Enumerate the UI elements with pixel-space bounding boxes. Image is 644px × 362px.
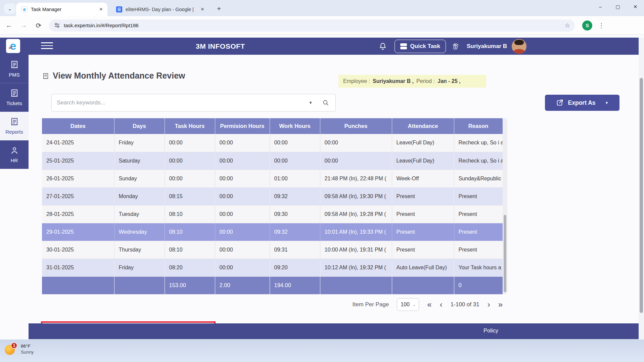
sidebar-item-label: Tickets: [6, 100, 22, 106]
sidebar-item-label: PMS: [9, 72, 20, 78]
cell-task-hours: 00:00: [165, 152, 215, 170]
attendance-row[interactable]: 26-01-2025Sunday00:0000:0001:0021:48 PM …: [42, 170, 503, 187]
maximize-button[interactable]: ▢: [609, 0, 627, 13]
attendance-row[interactable]: 27-01-2025Monday08:1500:0009:3209:58 AM …: [42, 187, 503, 205]
col-header-work-hours[interactable]: Work Hours: [270, 118, 320, 134]
tab-search-button[interactable]: ⌄: [4, 3, 15, 14]
browser-menu-icon[interactable]: ⋮: [598, 22, 604, 29]
temperature-label: 86°F: [21, 343, 34, 349]
cell-reason: Present: [454, 223, 503, 241]
screen: ⌄ e Task Manager ✕ eliteHRMS- Day plan -…: [0, 0, 644, 362]
cell-attendance: Leave(Full Day): [392, 152, 454, 170]
col-header-permission-hours[interactable]: Permision Hours: [215, 118, 270, 134]
url-text[interactable]: task.expertsin.in/#/Report/Rpt186: [64, 22, 139, 28]
cell-attendance: Present: [392, 187, 454, 205]
sidebar-item-hr[interactable]: HR: [0, 140, 29, 169]
attendance-row-marked[interactable]: 31-01-2025Friday08:2000:0009:2010:12 AM …: [42, 259, 503, 276]
notifications-bell-icon[interactable]: [378, 42, 387, 51]
attendance-row[interactable]: 25-01-2025Saturday00:0000:0000:0000:00Le…: [42, 152, 503, 170]
search-dropdown-caret-icon[interactable]: ▼: [309, 100, 313, 105]
col-header-reason[interactable]: Reason: [454, 118, 503, 134]
minimize-button[interactable]: –: [592, 0, 609, 13]
col-header-task-hours[interactable]: Task Hours: [165, 118, 215, 134]
attendance-row[interactable]: 29-01-2025Wednesday08:1000:0009:3210:01 …: [42, 223, 503, 241]
employee-period-badge: Employee : Suriyakumar B , Period : Jan …: [338, 75, 486, 88]
search-input[interactable]: [52, 99, 309, 106]
fingerprint-icon[interactable]: [451, 42, 460, 51]
tab-task-manager[interactable]: e Task Manager ✕: [16, 3, 107, 16]
policy-link[interactable]: Policy: [484, 327, 498, 334]
sunny-weather-icon: 1: [5, 343, 17, 356]
search-icon[interactable]: [322, 99, 329, 106]
cell-punches: 10:01 AM (In), 19:33 PM (: [320, 223, 392, 241]
page-title: View Monthly Attendance Review: [53, 71, 185, 81]
tab-close-icon[interactable]: ✕: [199, 6, 205, 12]
cell-work-hours: 09:20: [270, 259, 320, 276]
cell-punches: 10:00 AM (In), 19:31 PM (: [320, 241, 392, 259]
first-page-button[interactable]: «: [427, 301, 431, 309]
cell-dates: 26-01-2025: [42, 170, 114, 187]
weather-condition-label: Sunny: [21, 349, 34, 355]
pagination: Item Per Page 100⌄ « ‹ 1-100 of 31 › »: [353, 298, 503, 311]
bookmark-star-icon[interactable]: ☆: [565, 22, 570, 29]
cell-punches: 10:12 AM (In), 19:32 PM (: [320, 259, 392, 276]
tab-close-icon[interactable]: ✕: [98, 6, 104, 12]
sidebar-item-pms[interactable]: PMS: [0, 55, 29, 83]
quick-task-icon: [400, 43, 407, 50]
col-header-dates[interactable]: Dates: [42, 118, 114, 134]
cell-task-hours: 08:10: [165, 223, 215, 241]
company-title: 3M INFOSOFT: [196, 42, 245, 50]
close-button[interactable]: ✕: [627, 0, 644, 13]
tab-elitehrms[interactable]: eliteHRMS- Day plan - Google | ✕: [111, 3, 209, 16]
previous-page-button[interactable]: ‹: [440, 301, 443, 309]
attendance-row[interactable]: 28-01-2025Tuesday08:1000:0009:3009:58 AM…: [42, 205, 503, 223]
last-page-button[interactable]: »: [498, 301, 503, 309]
windows-taskbar: 1 86°F Sunny S T ⌃ ⟳: [0, 339, 644, 362]
weather-widget[interactable]: 1 86°F Sunny: [5, 343, 34, 356]
browser-toolbar: ← → ⟳ task.expertsin.in/#/Report/Rpt186 …: [0, 16, 644, 35]
report-icon: [42, 72, 49, 80]
page-scrollbar-thumb[interactable]: [640, 78, 643, 313]
sidebar-item-tickets[interactable]: Tickets: [0, 83, 29, 112]
cell-attendance: Leave(Full Day): [392, 134, 454, 152]
col-header-days[interactable]: Days: [114, 118, 165, 134]
user-avatar[interactable]: [512, 39, 526, 54]
cell-permission-hours: 00:00: [215, 170, 270, 187]
cell-permission-hours: 00:00: [215, 134, 270, 152]
app-logo[interactable]: e in: [6, 39, 20, 53]
browser-profile-avatar[interactable]: S: [582, 20, 592, 31]
cell-attendance: Present: [392, 205, 454, 223]
col-header-punches[interactable]: Punches: [320, 118, 392, 134]
reload-button[interactable]: ⟳: [33, 20, 44, 31]
new-tab-button[interactable]: +: [214, 4, 224, 13]
attendance-row[interactable]: 24-01-2025Friday00:0000:0000:0000:00Leav…: [42, 134, 503, 152]
forward-button[interactable]: →: [18, 20, 30, 31]
tab-title: Task Manager: [31, 7, 95, 12]
export-as-button[interactable]: Export As ▼: [545, 95, 619, 111]
task-manager-favicon-icon: e: [21, 6, 28, 12]
quick-task-button[interactable]: Quick Task: [395, 40, 446, 53]
items-per-page-select[interactable]: 100⌄: [397, 298, 419, 311]
attendance-row[interactable]: 30-01-2025Thursday08:1000:0009:3110:00 A…: [42, 241, 503, 259]
employee-label: Employee :: [343, 78, 370, 84]
app-footer-bar: Policy: [29, 323, 644, 339]
sidebar-item-label: Reports: [5, 129, 23, 135]
next-page-button[interactable]: ›: [488, 301, 490, 309]
cell-punches: 00:00: [320, 134, 392, 152]
period-value: Jan - 25 ,: [438, 78, 460, 84]
address-bar[interactable]: task.expertsin.in/#/Report/Rpt186 ☆: [49, 19, 575, 32]
col-header-attendance[interactable]: Attendance: [392, 118, 454, 134]
cell-permission-hours: 00:00: [215, 223, 270, 241]
cell-days: Sunday: [114, 170, 165, 187]
menu-toggle-icon[interactable]: [41, 42, 53, 50]
user-name[interactable]: Suriyakumar B: [467, 43, 507, 50]
site-info-icon[interactable]: [54, 22, 60, 29]
cell-punches: 21:48 PM (In), 22:48 PM (: [320, 170, 392, 187]
sidebar-item-reports[interactable]: Reports: [0, 112, 29, 140]
cell-punches: 09:58 AM (In), 19:30 PM (: [320, 187, 392, 205]
back-button[interactable]: ←: [3, 20, 15, 31]
total-attendance: [392, 276, 454, 294]
total-work-hours: 194.00: [270, 276, 320, 294]
cell-reason: Recheck up, So i a: [454, 134, 503, 152]
table-scrollbar-thumb[interactable]: [504, 215, 506, 292]
